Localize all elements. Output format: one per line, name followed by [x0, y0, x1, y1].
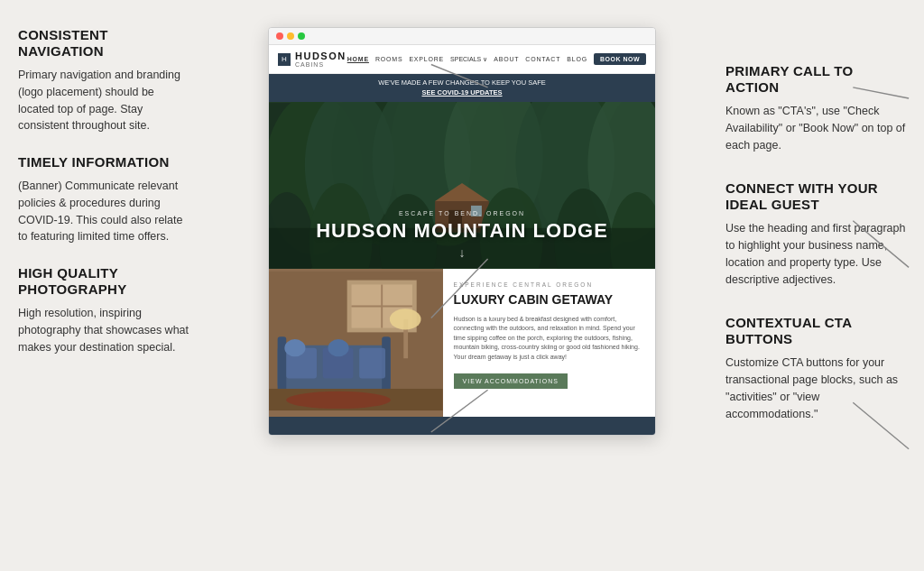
covid-banner: WE'VE MADE A FEW CHANGES TO KEEP YOU SAF…	[269, 74, 655, 102]
svg-rect-34	[359, 348, 385, 379]
cabin-title: LUXURY CABIN GETAWAY	[454, 292, 644, 308]
high-quality-body: High resolution, inspiring photography t…	[18, 305, 189, 355]
consistent-nav-section: CONSISTENT NAVIGATION Primary navigation…	[18, 27, 189, 134]
right-column: PRIMARY CALL TO ACTION Known as "CTA's",…	[716, 18, 924, 553]
high-quality-title: HIGH QUALITY PHOTOGRAPHY	[18, 265, 189, 298]
svg-point-38	[390, 309, 421, 329]
cabin-image	[269, 269, 443, 417]
contextual-cta-body: Customize CTA buttons for your transacti…	[725, 355, 906, 422]
consistent-nav-body: Primary navigation and branding (logo pl…	[18, 67, 189, 134]
contextual-cta-title: CONTEXTUAL CTA BUTTONS	[725, 315, 906, 347]
svg-point-36	[328, 339, 348, 356]
hero-subtitle: ESCAPE TO BEND, OREGON	[269, 210, 655, 216]
high-quality-section: HIGH QUALITY PHOTOGRAPHY High resolution…	[18, 265, 189, 355]
left-column: CONSISTENT NAVIGATION Primary navigation…	[0, 18, 208, 553]
nav-explore[interactable]: EXPLORE	[409, 56, 444, 62]
dot-red	[276, 32, 283, 40]
hero-section: ESCAPE TO BEND, OREGON HUDSON MOUNTAIN L…	[269, 102, 655, 269]
nav-home[interactable]: HOME	[347, 56, 369, 62]
hero-arrow-icon: ↓	[459, 245, 466, 260]
consistent-nav-title: CONSISTENT NAVIGATION	[18, 27, 189, 60]
hero-content: ESCAPE TO BEND, OREGON HUDSON MOUNTAIN L…	[269, 210, 655, 242]
dot-green	[298, 32, 305, 40]
nav-contact[interactable]: CONTACT	[525, 56, 560, 62]
main-container: CONSISTENT NAVIGATION Primary navigation…	[0, 0, 924, 571]
timely-info-body: (Banner) Communicate relevant policies &…	[18, 178, 189, 245]
hero-forest-svg	[269, 102, 655, 269]
nav-blog[interactable]: BLOG	[567, 56, 587, 62]
cabin-description: Hudson is a luxury bed & breakfast desig…	[454, 315, 644, 363]
logo-icon: H	[278, 53, 291, 66]
site-footer-bar	[269, 417, 655, 435]
logo-name: HUDSON	[295, 51, 346, 61]
cabin-content: EXPERIENCE CENTRAL OREGON LUXURY CABIN G…	[443, 269, 655, 417]
connect-guest-section: CONNECT WITH YOUR IDEAL GUEST Use the he…	[725, 180, 906, 288]
book-now-button[interactable]: BOOK NOW	[594, 53, 646, 65]
view-accommodations-button[interactable]: VIEW ACCOMMODATIONS	[454, 373, 568, 389]
browser-dots	[276, 32, 305, 40]
primary-cta-body: Known as "CTA's", use "Check Availabilit…	[725, 103, 906, 153]
browser-bar	[269, 28, 655, 45]
svg-point-40	[286, 391, 391, 409]
nav-about[interactable]: ABOUT	[494, 56, 519, 62]
cabin-section: EXPERIENCE CENTRAL OREGON LUXURY CABIN G…	[269, 269, 655, 417]
primary-cta-title: PRIMARY CALL TO ACTION	[725, 63, 906, 96]
cabin-label: EXPERIENCE CENTRAL OREGON	[454, 281, 644, 288]
connect-guest-title: CONNECT WITH YOUR IDEAL GUEST	[725, 180, 906, 213]
covid-line1: WE'VE MADE A FEW CHANGES TO KEEP YOU SAF…	[278, 78, 646, 88]
logo-text-block: HUDSON CABINS	[295, 51, 346, 68]
logo-sub: CABINS	[295, 61, 346, 68]
site-nav: HOME ROOMS EXPLORE SPECIALS ∨ ABOUT CONT…	[347, 53, 646, 65]
connect-guest-body: Use the heading and first paragraph to h…	[725, 220, 906, 288]
timely-info-title: TIMELY INFORMATION	[18, 154, 189, 170]
nav-specials[interactable]: SPECIALS ∨	[450, 56, 487, 63]
browser-mockup: H HUDSON CABINS HOME ROOMS EXPLORE SPECI…	[268, 27, 656, 436]
covid-link[interactable]: SEE COVID-19 UPDATES	[278, 88, 646, 98]
hero-title: HUDSON MOUNTAIN LODGE	[269, 220, 655, 242]
timely-info-section: TIMELY INFORMATION (Banner) Communicate …	[18, 154, 189, 245]
svg-point-35	[284, 339, 305, 356]
cabin-interior-svg	[269, 269, 443, 413]
center-column: H HUDSON CABINS HOME ROOMS EXPLORE SPECI…	[208, 18, 716, 553]
contextual-cta-section: CONTEXTUAL CTA BUTTONS Customize CTA but…	[725, 315, 906, 422]
svg-rect-30	[278, 336, 287, 393]
site-header: H HUDSON CABINS HOME ROOMS EXPLORE SPECI…	[269, 45, 655, 74]
nav-rooms[interactable]: ROOMS	[375, 56, 402, 62]
site-logo: H HUDSON CABINS	[278, 51, 346, 68]
dot-yellow	[287, 32, 294, 40]
primary-cta-section: PRIMARY CALL TO ACTION Known as "CTA's",…	[725, 63, 906, 153]
